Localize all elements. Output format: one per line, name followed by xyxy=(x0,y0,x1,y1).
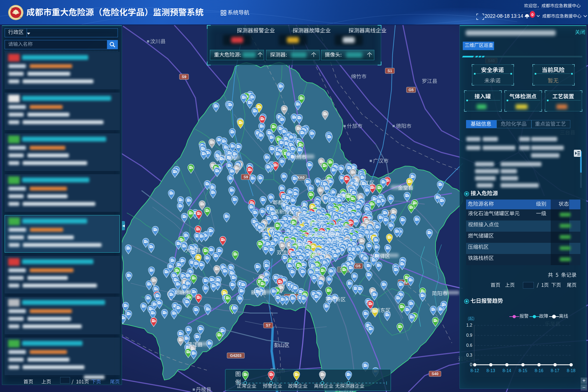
svg-text:0: 0 xyxy=(470,362,472,367)
svg-text:0: 0 xyxy=(531,12,534,17)
svg-text:8-14: 8-14 xyxy=(503,368,511,373)
svg-text:0.6: 0.6 xyxy=(466,343,472,348)
svg-text:S40: S40 xyxy=(432,372,439,376)
svg-text:8-15: 8-15 xyxy=(519,368,527,373)
svg-text:XA0: XA0 xyxy=(297,175,304,180)
svg-text:M G M T: M G M T xyxy=(17,17,22,18)
svg-text:S9: S9 xyxy=(182,75,186,79)
svg-text:8-16: 8-16 xyxy=(535,368,543,373)
svg-text:8-12: 8-12 xyxy=(470,368,479,373)
svg-text:0.9: 0.9 xyxy=(466,333,472,338)
svg-text:0.3: 0.3 xyxy=(466,353,472,357)
svg-text:G5: G5 xyxy=(356,264,361,268)
svg-text:G5: G5 xyxy=(409,88,414,92)
svg-text:8-18: 8-18 xyxy=(567,368,575,373)
svg-text:1.2: 1.2 xyxy=(466,323,472,327)
svg-text:2022-08-18 13:14: 2022-08-18 13:14 xyxy=(485,13,523,19)
svg-text:S1: S1 xyxy=(387,69,392,73)
svg-text:E M E R: E M E R xyxy=(11,7,16,9)
svg-text:G4203: G4203 xyxy=(230,353,241,358)
svg-text:8-17: 8-17 xyxy=(551,368,559,373)
svg-text:8-13: 8-13 xyxy=(486,368,495,373)
svg-text:S9: S9 xyxy=(243,175,248,179)
svg-text:S7: S7 xyxy=(266,323,270,327)
